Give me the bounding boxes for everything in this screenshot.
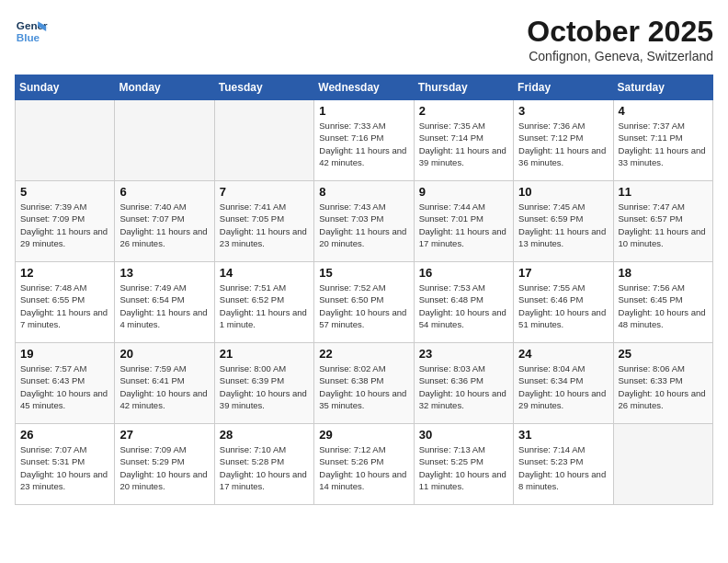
calendar-table: Sunday Monday Tuesday Wednesday Thursday… xyxy=(15,75,713,505)
calendar-week-1: 1Sunrise: 7:33 AM Sunset: 7:16 PM Daylig… xyxy=(16,100,713,181)
day-number: 23 xyxy=(419,347,508,361)
day-number: 12 xyxy=(20,266,109,280)
day-info: Sunrise: 7:44 AM Sunset: 7:01 PM Dayligh… xyxy=(419,201,508,249)
day-number: 20 xyxy=(119,347,209,361)
day-number: 5 xyxy=(20,185,109,199)
calendar-cell: 1Sunrise: 7:33 AM Sunset: 7:16 PM Daylig… xyxy=(314,100,414,181)
day-number: 22 xyxy=(319,347,408,361)
calendar-week-4: 19Sunrise: 7:57 AM Sunset: 6:43 PM Dayli… xyxy=(16,343,713,424)
calendar-cell: 4Sunrise: 7:37 AM Sunset: 7:11 PM Daylig… xyxy=(613,100,712,181)
calendar-cell: 2Sunrise: 7:35 AM Sunset: 7:14 PM Daylig… xyxy=(414,100,513,181)
day-info: Sunrise: 7:45 AM Sunset: 6:59 PM Dayligh… xyxy=(518,201,608,249)
day-number: 19 xyxy=(20,347,109,361)
calendar-cell: 7Sunrise: 7:41 AM Sunset: 7:05 PM Daylig… xyxy=(214,181,313,262)
day-number: 30 xyxy=(419,428,508,442)
header-wednesday: Wednesday xyxy=(314,75,414,100)
day-info: Sunrise: 7:12 AM Sunset: 5:26 PM Dayligh… xyxy=(319,443,408,492)
day-info: Sunrise: 7:10 AM Sunset: 5:28 PM Dayligh… xyxy=(220,443,309,492)
location-subtitle: Confignon, Geneva, Switzerland xyxy=(527,49,713,63)
day-info: Sunrise: 7:53 AM Sunset: 6:48 PM Dayligh… xyxy=(419,282,508,330)
day-info: Sunrise: 7:33 AM Sunset: 7:16 PM Dayligh… xyxy=(319,120,408,168)
day-number: 14 xyxy=(220,266,309,280)
day-info: Sunrise: 8:04 AM Sunset: 6:34 PM Dayligh… xyxy=(518,362,608,411)
day-info: Sunrise: 7:43 AM Sunset: 7:03 PM Dayligh… xyxy=(319,201,408,249)
day-info: Sunrise: 7:41 AM Sunset: 7:05 PM Dayligh… xyxy=(220,201,309,249)
day-info: Sunrise: 8:00 AM Sunset: 6:39 PM Dayligh… xyxy=(220,362,309,411)
calendar-week-3: 12Sunrise: 7:48 AM Sunset: 6:55 PM Dayli… xyxy=(16,262,713,343)
calendar-cell: 22Sunrise: 8:02 AM Sunset: 6:38 PM Dayli… xyxy=(314,343,414,424)
day-number: 6 xyxy=(119,185,209,199)
calendar-cell: 11Sunrise: 7:47 AM Sunset: 6:57 PM Dayli… xyxy=(613,181,712,262)
calendar-cell: 13Sunrise: 7:49 AM Sunset: 6:54 PM Dayli… xyxy=(115,262,214,343)
day-info: Sunrise: 7:35 AM Sunset: 7:14 PM Dayligh… xyxy=(419,120,508,168)
day-info: Sunrise: 7:49 AM Sunset: 6:54 PM Dayligh… xyxy=(119,282,209,330)
logo-icon: General Blue xyxy=(15,15,48,48)
day-number: 9 xyxy=(419,185,508,199)
calendar-cell: 3Sunrise: 7:36 AM Sunset: 7:12 PM Daylig… xyxy=(514,100,613,181)
day-info: Sunrise: 7:56 AM Sunset: 6:45 PM Dayligh… xyxy=(619,282,708,330)
day-info: Sunrise: 7:57 AM Sunset: 6:43 PM Dayligh… xyxy=(20,362,109,411)
calendar-cell xyxy=(214,100,313,181)
calendar-week-5: 26Sunrise: 7:07 AM Sunset: 5:31 PM Dayli… xyxy=(16,424,713,505)
day-info: Sunrise: 7:14 AM Sunset: 5:23 PM Dayligh… xyxy=(518,443,608,492)
day-number: 11 xyxy=(619,185,708,199)
header-friday: Friday xyxy=(514,75,613,100)
day-number: 29 xyxy=(319,428,408,442)
calendar-cell: 12Sunrise: 7:48 AM Sunset: 6:55 PM Dayli… xyxy=(16,262,115,343)
day-number: 2 xyxy=(419,104,508,118)
calendar-cell: 24Sunrise: 8:04 AM Sunset: 6:34 PM Dayli… xyxy=(514,343,613,424)
day-info: Sunrise: 8:03 AM Sunset: 6:36 PM Dayligh… xyxy=(419,362,508,411)
day-number: 16 xyxy=(419,266,508,280)
svg-text:Blue: Blue xyxy=(17,31,40,43)
day-number: 4 xyxy=(619,104,708,118)
calendar-cell: 9Sunrise: 7:44 AM Sunset: 7:01 PM Daylig… xyxy=(414,181,513,262)
calendar-cell: 10Sunrise: 7:45 AM Sunset: 6:59 PM Dayli… xyxy=(514,181,613,262)
calendar-cell: 21Sunrise: 8:00 AM Sunset: 6:39 PM Dayli… xyxy=(214,343,313,424)
day-info: Sunrise: 7:55 AM Sunset: 6:46 PM Dayligh… xyxy=(518,282,608,330)
calendar-cell: 26Sunrise: 7:07 AM Sunset: 5:31 PM Dayli… xyxy=(16,424,115,505)
day-number: 28 xyxy=(220,428,309,442)
calendar-cell: 5Sunrise: 7:39 AM Sunset: 7:09 PM Daylig… xyxy=(16,181,115,262)
day-info: Sunrise: 7:09 AM Sunset: 5:29 PM Dayligh… xyxy=(119,443,209,492)
title-block: October 2025 Confignon, Geneva, Switzerl… xyxy=(527,15,713,63)
calendar-cell xyxy=(613,424,712,505)
day-info: Sunrise: 7:37 AM Sunset: 7:11 PM Dayligh… xyxy=(619,120,708,168)
calendar-cell: 15Sunrise: 7:52 AM Sunset: 6:50 PM Dayli… xyxy=(314,262,414,343)
day-number: 7 xyxy=(220,185,309,199)
calendar-week-2: 5Sunrise: 7:39 AM Sunset: 7:09 PM Daylig… xyxy=(16,181,713,262)
calendar-cell: 20Sunrise: 7:59 AM Sunset: 6:41 PM Dayli… xyxy=(115,343,214,424)
logo: General Blue xyxy=(15,15,48,48)
calendar-cell: 16Sunrise: 7:53 AM Sunset: 6:48 PM Dayli… xyxy=(414,262,513,343)
day-number: 18 xyxy=(619,266,708,280)
calendar-cell: 30Sunrise: 7:13 AM Sunset: 5:25 PM Dayli… xyxy=(414,424,513,505)
calendar-cell: 6Sunrise: 7:40 AM Sunset: 7:07 PM Daylig… xyxy=(115,181,214,262)
day-number: 26 xyxy=(20,428,109,442)
day-info: Sunrise: 7:13 AM Sunset: 5:25 PM Dayligh… xyxy=(419,443,508,492)
day-info: Sunrise: 7:59 AM Sunset: 6:41 PM Dayligh… xyxy=(119,362,209,411)
day-info: Sunrise: 7:51 AM Sunset: 6:52 PM Dayligh… xyxy=(220,282,309,330)
month-title: October 2025 xyxy=(527,15,713,49)
header-thursday: Thursday xyxy=(414,75,513,100)
day-number: 3 xyxy=(518,104,608,118)
calendar-cell xyxy=(115,100,214,181)
header-tuesday: Tuesday xyxy=(214,75,313,100)
day-info: Sunrise: 8:06 AM Sunset: 6:33 PM Dayligh… xyxy=(619,362,708,411)
day-info: Sunrise: 7:48 AM Sunset: 6:55 PM Dayligh… xyxy=(20,282,109,330)
day-number: 17 xyxy=(518,266,608,280)
day-info: Sunrise: 8:02 AM Sunset: 6:38 PM Dayligh… xyxy=(319,362,408,411)
calendar-cell: 8Sunrise: 7:43 AM Sunset: 7:03 PM Daylig… xyxy=(314,181,414,262)
header-saturday: Saturday xyxy=(613,75,712,100)
day-info: Sunrise: 7:40 AM Sunset: 7:07 PM Dayligh… xyxy=(119,201,209,249)
calendar-cell: 25Sunrise: 8:06 AM Sunset: 6:33 PM Dayli… xyxy=(613,343,712,424)
calendar-cell xyxy=(16,100,115,181)
day-info: Sunrise: 7:52 AM Sunset: 6:50 PM Dayligh… xyxy=(319,282,408,330)
day-number: 31 xyxy=(518,428,608,442)
day-number: 15 xyxy=(319,266,408,280)
day-number: 24 xyxy=(518,347,608,361)
calendar-cell: 23Sunrise: 8:03 AM Sunset: 6:36 PM Dayli… xyxy=(414,343,513,424)
day-info: Sunrise: 7:47 AM Sunset: 6:57 PM Dayligh… xyxy=(619,201,708,249)
day-number: 10 xyxy=(518,185,608,199)
header-monday: Monday xyxy=(115,75,214,100)
day-number: 27 xyxy=(119,428,209,442)
calendar-cell: 18Sunrise: 7:56 AM Sunset: 6:45 PM Dayli… xyxy=(613,262,712,343)
